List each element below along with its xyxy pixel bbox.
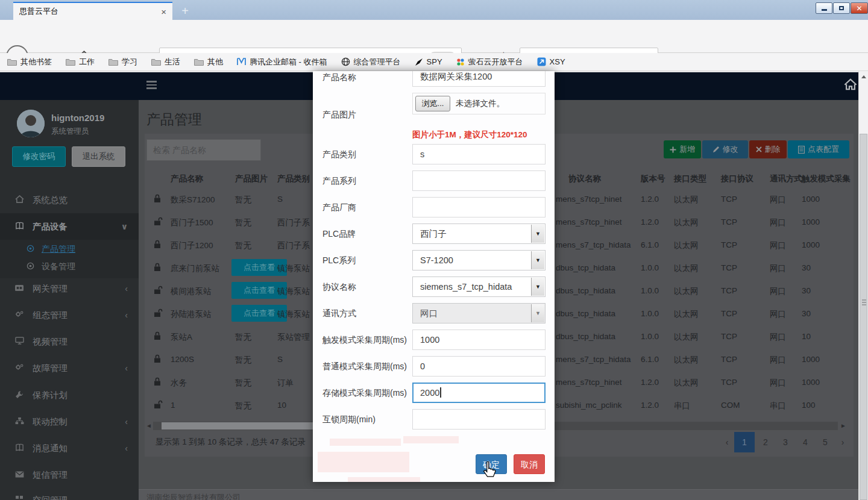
product-search-input[interactable]: 检索 产品名称 [146, 139, 261, 161]
field-label: 通讯方式 [322, 308, 356, 319]
field-label: PLC品牌 [322, 229, 356, 240]
chevron-left-icon: ‹ [125, 443, 128, 453]
bookmark-folder[interactable]: 工作 [66, 57, 95, 67]
hscroll-right-arrow[interactable]: ► [839, 422, 848, 430]
globe-icon [341, 57, 350, 66]
envelope-icon [13, 470, 25, 480]
col-header-product-category[interactable]: 产品类别 [277, 173, 310, 184]
arrow-up-right-icon [537, 57, 546, 66]
sidebar-item-scada[interactable]: 组态管理 ‹ [0, 302, 139, 328]
cancel-button[interactable]: 取消 [514, 454, 545, 474]
pagination-page-2[interactable]: 2 [758, 432, 773, 452]
sidebar-item-maintenance[interactable]: 保养计划 [0, 382, 139, 408]
col-header-iface-type[interactable]: 接口类型 [674, 173, 706, 184]
pagination-page-3[interactable]: 3 [778, 432, 793, 452]
browse-button[interactable]: 浏览... [415, 96, 450, 111]
bookmark-folder[interactable]: 生活 [151, 57, 180, 67]
plc-series-select[interactable]: S7-1200▼ [412, 250, 546, 270]
bookmark-folder[interactable]: 其他书签 [7, 57, 52, 67]
browser-tab[interactable]: 思普云平台 × [13, 2, 172, 20]
hscroll-left-arrow[interactable]: ◄ [145, 422, 153, 430]
bookmark-xsy[interactable]: XSY [537, 57, 565, 66]
protocol-name-select[interactable]: siemens_s7_tcp_hidata▼ [412, 277, 546, 297]
add-button[interactable]: 新增 [664, 140, 701, 158]
watermark-artifact [348, 477, 420, 482]
bookmark-spy[interactable]: SPY [415, 57, 442, 66]
lock-icon [154, 240, 161, 251]
logout-button[interactable]: 退出系统 [72, 146, 125, 167]
lock-icon [154, 194, 161, 205]
pagination-page-1[interactable]: 1 [734, 432, 755, 452]
bookmark-ys7[interactable]: 萤石云开放平台 [456, 57, 523, 67]
col-header-version[interactable]: 版本号 [641, 173, 665, 184]
product-category-input[interactable] [412, 144, 546, 164]
browser-titlebar: 思普云平台 × + ✕ [0, 0, 868, 20]
bookmark-qq-mail[interactable]: 腾讯企业邮箱 - 收件箱 [237, 57, 327, 67]
no-file-text: 未选择文件。 [456, 98, 505, 109]
sidebar-item-fault[interactable]: 故障管理 ‹ [0, 355, 139, 381]
sidebar-item-space[interactable]: 空间管理 [0, 487, 139, 500]
edit-button[interactable]: 修改 [702, 140, 748, 158]
delete-button[interactable]: 删除 [749, 140, 787, 158]
point-table-config-button[interactable]: 点表配置 [788, 140, 849, 158]
plc-brand-select[interactable]: 西门子▼ [412, 223, 546, 244]
text-caret [440, 387, 441, 398]
dropdown-arrow-icon[interactable]: ▼ [531, 278, 544, 296]
bookmark-folder[interactable]: 其他 [194, 57, 223, 67]
grid-icon [13, 495, 25, 500]
sidebar-item-product-management[interactable]: 产品管理 [0, 240, 139, 258]
pagination-next[interactable]: › [837, 432, 849, 452]
browser-scrollbar[interactable] [858, 71, 868, 500]
sidebar: hignton2019 系统管理员 修改密码 退出系统 系统总览 产品设备 ∨ … [0, 100, 139, 500]
storage-cycle-input[interactable]: 2000 [412, 383, 546, 403]
chevron-left-icon: ‹ [125, 310, 128, 320]
pagination-page-5[interactable]: 5 [817, 432, 833, 452]
product-name-input[interactable] [412, 71, 546, 87]
interlock-cycle-input[interactable] [412, 409, 546, 430]
sidebar-item-gateway[interactable]: 网关管理 ‹ [0, 275, 139, 302]
col-header-iface-proto[interactable]: 接口协议 [721, 173, 753, 184]
sidebar-item-notifications[interactable]: 消息通知 ‹ [0, 435, 139, 461]
new-tab-button[interactable]: + [177, 4, 193, 18]
sidebar-item-device-management[interactable]: 设备管理 [0, 258, 139, 275]
sidebar-item-overview[interactable]: 系统总览 [0, 187, 139, 213]
app-home-link[interactable] [844, 78, 857, 93]
dropdown-arrow-icon[interactable]: ▼ [531, 225, 544, 243]
product-series-input[interactable] [412, 170, 546, 191]
scroll-up-arrow[interactable] [861, 75, 866, 78]
bookmark-mgmt-platform[interactable]: 综合管理平台 [341, 57, 401, 67]
window-close-button[interactable]: ✕ [851, 2, 868, 14]
sidebar-item-linkage[interactable]: 联动控制 ‹ [0, 408, 139, 435]
file-upload-field[interactable]: 浏览... 未选择文件。 [412, 93, 546, 114]
dot-circle-icon [24, 245, 36, 254]
normal-cycle-input[interactable] [412, 356, 546, 377]
lock-icon [154, 354, 161, 366]
sidebar-item-video[interactable]: 视频管理 [0, 328, 139, 355]
pagination-page-4[interactable]: 4 [797, 432, 813, 452]
lock-icon [154, 331, 161, 343]
col-header-product-name[interactable]: 产品名称 [171, 173, 203, 184]
change-password-button[interactable]: 修改密码 [12, 146, 66, 167]
mail-icon [237, 58, 246, 66]
sidebar-collapse-button[interactable] [146, 81, 157, 91]
bookmark-folder[interactable]: 学习 [108, 57, 137, 67]
sidebar-item-products[interactable]: 产品设备 ∨ [0, 213, 139, 240]
window-minimize-button[interactable] [816, 2, 832, 14]
col-header-protocol[interactable]: 协议名称 [568, 173, 601, 184]
edit-product-modal: 产品名称 产品图片 浏览... 未选择文件。 图片小于1M，建议尺寸120*12… [313, 71, 555, 482]
pagination-prev[interactable]: ‹ [721, 432, 733, 452]
col-header-trigger[interactable]: 触发模式采集 [802, 173, 851, 184]
dropdown-arrow-icon: ▼ [531, 304, 544, 322]
window-restore-button[interactable] [833, 2, 850, 14]
tab-close-button[interactable]: × [161, 7, 166, 17]
trigger-cycle-input[interactable] [412, 330, 546, 350]
scrollbar-thumb[interactable] [860, 134, 867, 500]
sidebar-item-sms[interactable]: 短信管理 [0, 461, 139, 488]
color-dots-icon [456, 58, 465, 66]
col-header-product-image[interactable]: 产品图片 [235, 173, 268, 184]
col-header-comm[interactable]: 通讯方式 [770, 173, 802, 184]
user-name: hignton2019 [51, 113, 104, 123]
folder-icon [194, 58, 204, 66]
dropdown-arrow-icon[interactable]: ▼ [531, 251, 544, 269]
product-vendor-input[interactable] [412, 197, 546, 217]
